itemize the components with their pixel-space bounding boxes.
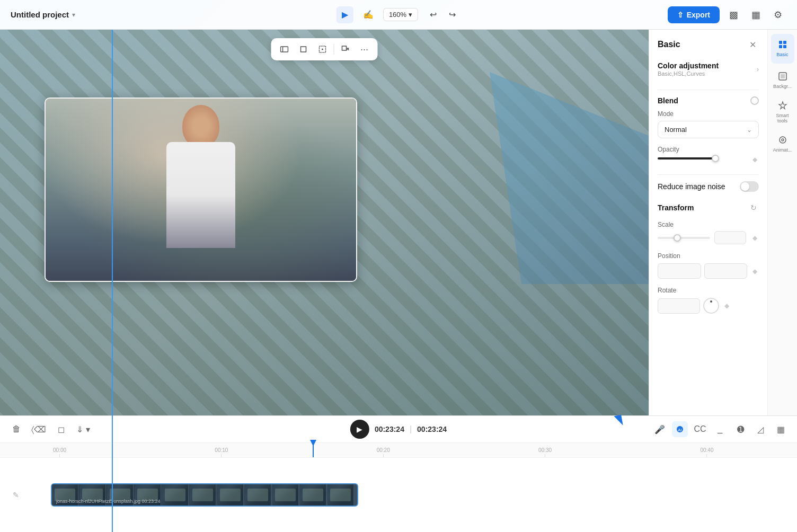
ruler-tick-4 — [706, 454, 707, 457]
scale-value-input[interactable]: 178% — [714, 231, 746, 244]
panel-title: Basic — [658, 40, 680, 49]
transform-button[interactable] — [315, 41, 331, 57]
opacity-value-input[interactable]: 100% — [720, 156, 746, 164]
ruler-label-4: 00:40 — [700, 447, 713, 453]
select-tool-button[interactable]: ▶ — [336, 6, 353, 23]
position-keyframe-button[interactable]: ◆ — [750, 267, 759, 276]
sidebar-animation-button[interactable]: Animat... — [771, 129, 794, 159]
sidebar-basic-button[interactable]: Basic — [771, 34, 794, 64]
zoom-control[interactable]: 160% ▾ — [383, 8, 418, 21]
more-options-button[interactable]: ⋯ — [357, 41, 373, 57]
export-icon: ⇧ — [677, 11, 684, 19]
fit-frame-button[interactable] — [277, 41, 293, 57]
sidebar-background-button[interactable]: Backgr... — [771, 66, 794, 95]
split-button[interactable]: ⎯ — [712, 421, 728, 437]
opacity-slider-fill — [658, 157, 715, 159]
scale-slider[interactable] — [658, 237, 710, 239]
svg-text:AI: AI — [678, 428, 682, 432]
timeline-right-controls: 🎤 AI CC ⎯ ➊ ◿ ▦ — [652, 421, 789, 437]
blend-header: Blend — [658, 96, 759, 105]
hand-tool-button[interactable]: ✍ — [360, 6, 377, 23]
timeline-ruler: 00:00 00:10 00:20 00:30 00:40 — [0, 443, 797, 458]
divider-2 — [658, 174, 759, 175]
svg-rect-5 — [342, 46, 347, 50]
ruler-mark-1: 00:10 — [215, 447, 228, 457]
color-adjustment-subtitle: Basic,HSL,Curves — [658, 70, 719, 77]
position-y-input[interactable]: -691 — [705, 264, 748, 278]
svg-rect-0 — [281, 47, 288, 52]
zoom-value: 160% — [389, 11, 406, 19]
playhead-line[interactable] — [313, 443, 314, 457]
delete-clip-button[interactable]: 🗑 — [8, 421, 24, 437]
crop-button[interactable] — [296, 41, 312, 57]
play-button[interactable]: ▶ — [350, 420, 369, 439]
noise-toggle[interactable] — [740, 181, 759, 192]
svg-rect-7 — [783, 41, 786, 44]
rotate-value-input[interactable]: -90° — [658, 299, 699, 313]
topbar-left: Untitled project ▾ — [11, 10, 75, 19]
panel-close-button[interactable]: ✕ — [746, 38, 759, 51]
rotate-dial-indicator — [710, 300, 712, 303]
scale-keyframe-button[interactable]: ◆ — [750, 234, 759, 242]
bottom-area: 🗑 〈⌫ ◻ ⇓ ▾ ▶ 00:23:24 | 00:23:24 🎤 AI CC… — [0, 415, 797, 532]
edit-track-icon[interactable]: ✎ — [13, 491, 19, 499]
transform-section: Transform ↻ Scale 178% ◆ Pos — [658, 202, 759, 314]
add-button[interactable]: ➊ — [732, 421, 748, 437]
mode-label: Mode — [658, 110, 759, 118]
timeline-settings-button[interactable]: ▦ — [773, 421, 789, 437]
current-time: 00:23:24 — [375, 425, 404, 433]
video-clip[interactable]: jonas-horsch-nl2UHFtetzE-unsplash.jpg 00… — [51, 483, 358, 507]
position-label: Position — [658, 252, 680, 260]
download-button[interactable]: ⇓ ▾ — [75, 421, 91, 437]
noise-toggle-thumb — [741, 182, 749, 191]
position-x-input[interactable]: 0 — [658, 264, 701, 278]
blend-radio[interactable] — [750, 96, 759, 105]
project-dropdown-icon[interactable]: ▾ — [72, 11, 75, 19]
track-label-area: ✎ — [8, 458, 51, 532]
opacity-keyframe-button[interactable]: ◆ — [750, 155, 759, 164]
ai-tools-button[interactable]: AI — [672, 421, 688, 437]
fullscreen-button[interactable]: ◿ — [752, 421, 768, 437]
rotate-keyframe-button[interactable]: ◆ — [722, 302, 731, 310]
resize-button[interactable] — [338, 41, 353, 57]
panels-icon-button[interactable]: ▦ — [747, 6, 764, 23]
clip-label: jonas-horsch-nl2UHFtetzE-unsplash.jpg 00… — [56, 499, 161, 504]
color-adjustment-chevron-icon: › — [757, 66, 759, 73]
person-figure — [148, 105, 254, 274]
blend-title: Blend — [658, 96, 678, 105]
topbar-center: ▶ ✍ 160% ▾ ↩ ↪ — [336, 6, 461, 23]
ruler-mark-3: 00:30 — [538, 447, 552, 457]
zoom-chevron-icon: ▾ — [409, 11, 412, 19]
track-content[interactable]: jonas-horsch-nl2UHFtetzE-unsplash.jpg 00… — [51, 458, 789, 532]
sidebar-smart-tools-button[interactable]: Smart tools — [771, 97, 794, 127]
captions-button[interactable]: CC — [692, 421, 708, 437]
export-button[interactable]: ⇧ Export — [668, 6, 720, 23]
ruler-tick-3 — [545, 454, 545, 457]
overlay-frame[interactable] — [45, 97, 357, 282]
split-clip-button[interactable]: 〈⌫ — [31, 421, 47, 437]
opacity-slider-thumb[interactable] — [712, 155, 719, 162]
redo-button[interactable]: ↪ — [444, 6, 461, 23]
clip-thumb-11 — [327, 484, 354, 506]
divider-1 — [658, 90, 759, 90]
undo-button[interactable]: ↩ — [424, 6, 441, 23]
mode-dropdown[interactable]: Normal ⌄ — [658, 121, 759, 138]
position-y-field: -691 Y — [704, 263, 748, 279]
rotate-input-container: -90° — [658, 298, 700, 314]
settings-icon-button[interactable]: ⚙ — [769, 6, 786, 23]
layout-icon-button[interactable]: ▩ — [725, 6, 742, 23]
opacity-slider[interactable] — [658, 157, 715, 159]
svg-rect-8 — [779, 45, 782, 48]
transform-reset-button[interactable]: ↻ — [748, 202, 759, 213]
mirror-clip-button[interactable]: ◻ — [53, 421, 69, 437]
topbar: Untitled project ▾ ▶ ✍ 160% ▾ ↩ ↪ ⇧ Expo… — [0, 0, 797, 30]
svg-rect-6 — [779, 41, 782, 44]
svg-rect-2 — [301, 47, 306, 52]
ruler-label-0: 00:00 — [53, 447, 66, 453]
rotate-dial[interactable] — [703, 298, 719, 314]
position-x-field: 0 X — [658, 263, 701, 279]
color-adjustment-row[interactable]: Color adjustment Basic,HSL,Curves › — [658, 59, 759, 79]
scale-slider-thumb[interactable] — [674, 234, 681, 242]
microphone-button[interactable]: 🎤 — [652, 421, 668, 437]
animation-icon — [778, 135, 787, 146]
